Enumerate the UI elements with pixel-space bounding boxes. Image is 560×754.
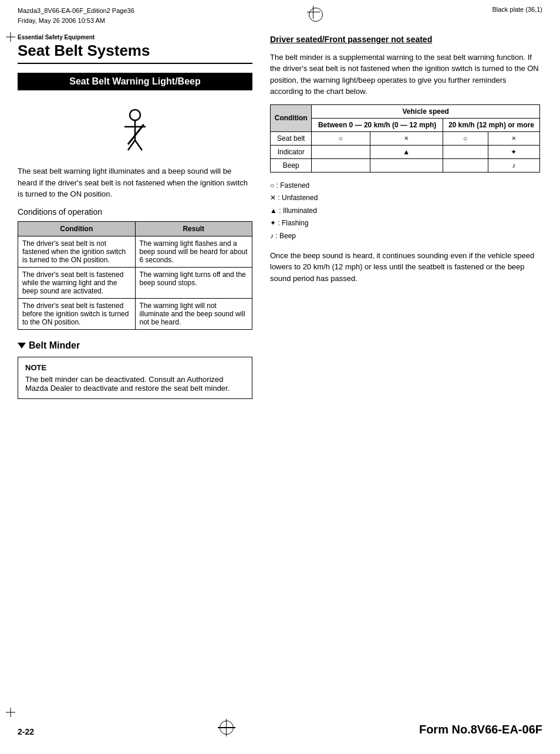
header-plate: Black plate (36,1) bbox=[492, 6, 542, 13]
legend: ○ : Fastened✕ : Unfastened▲ : Illuminate… bbox=[270, 180, 540, 243]
speed-table-col-speed2: 20 km/h (12 mph) or more bbox=[443, 118, 539, 131]
table-row: The driver's seat belt is fastened while… bbox=[18, 267, 252, 298]
speed-row-label: Beep bbox=[271, 158, 312, 172]
speed-cell bbox=[312, 158, 370, 172]
page-header: Mazda3_8V66-EA-06F_Edition2 Page36 Frida… bbox=[0, 0, 560, 28]
speed-cell: × bbox=[370, 131, 443, 145]
speed-cell: ○ bbox=[312, 131, 370, 145]
speed-table-condition-header: Condition bbox=[271, 104, 312, 131]
page: Mazda3_8V66-EA-06F_Edition2 Page36 Frida… bbox=[0, 0, 560, 754]
speed-cell: ♪ bbox=[488, 158, 539, 172]
belt-minder-heading: Belt Minder bbox=[18, 340, 252, 351]
belt-minder-label: Belt Minder bbox=[29, 340, 80, 351]
warning-box: Seat Belt Warning Light/Beep bbox=[18, 73, 252, 90]
table-row: The driver's seat belt is fastened befor… bbox=[18, 298, 252, 329]
speed-cell: × bbox=[488, 131, 539, 145]
page-number: 2-22 bbox=[18, 727, 34, 736]
header-line1: Mazda3_8V66-EA-06F_Edition2 Page36 bbox=[18, 6, 134, 16]
speed-table: Condition Vehicle speed Between 0 — 20 k… bbox=[270, 104, 540, 173]
svg-line-5 bbox=[135, 140, 142, 150]
col-header-condition: Condition bbox=[18, 221, 136, 236]
note-text: The belt minder can be deactivated. Cons… bbox=[25, 375, 245, 393]
legend-item: ✦ : Flashing bbox=[270, 217, 540, 230]
speed-table-vehicle-speed-header: Vehicle speed bbox=[312, 104, 540, 118]
page-footer: 2-22 Form No.8V66-EA-06F bbox=[18, 719, 542, 736]
speed-cell: ○ bbox=[443, 131, 488, 145]
speed-cell: ✦ bbox=[488, 145, 539, 158]
main-content: Essential Safety Equipment Seat Belt Sys… bbox=[0, 28, 560, 411]
conditions-table: Condition Result The driver's seat belt … bbox=[18, 221, 252, 330]
legend-item: ✕ : Unfastened bbox=[270, 192, 540, 205]
legend-item: ♪ : Beep bbox=[270, 230, 540, 243]
condition-cell: The driver's seat belt is not fastened w… bbox=[18, 236, 136, 267]
result-cell: The warning light will not illuminate an… bbox=[135, 298, 252, 329]
header-left: Mazda3_8V66-EA-06F_Edition2 Page36 Frida… bbox=[18, 6, 134, 25]
table-row: The driver's seat belt is not fastened w… bbox=[18, 236, 252, 267]
result-cell: The warning light flashes and a beep sou… bbox=[135, 236, 252, 267]
speed-table-row: Indicator▲✦ bbox=[271, 145, 540, 158]
section-divider bbox=[18, 63, 252, 64]
speed-cell bbox=[370, 158, 443, 172]
speed-cell bbox=[443, 145, 488, 158]
footer-crosshair-icon bbox=[218, 719, 235, 736]
header-center bbox=[307, 6, 320, 19]
speed-cell bbox=[312, 145, 370, 158]
seatbelt-icon-area bbox=[18, 108, 252, 157]
note-label: NOTE bbox=[25, 363, 245, 372]
body-text-1: The seat belt warning light illuminates … bbox=[18, 165, 252, 200]
speed-cell: ▲ bbox=[370, 145, 443, 158]
crosshair-icon bbox=[307, 6, 320, 19]
legend-item: ▲ : Illuminated bbox=[270, 205, 540, 218]
section-title: Seat Belt Systems bbox=[18, 42, 252, 60]
condition-cell: The driver's seat belt is fastened befor… bbox=[18, 298, 136, 329]
form-number: Form No.8V66-EA-06F bbox=[419, 723, 542, 736]
right-body-text-1: The belt minder is a supplemental warnin… bbox=[270, 52, 540, 97]
corner-mark-tl bbox=[6, 32, 15, 43]
right-body-text-2: Once the beep sound is heard, it continu… bbox=[270, 250, 540, 285]
corner-mark-bl bbox=[6, 708, 15, 719]
col-header-result: Result bbox=[135, 221, 252, 236]
speed-row-label: Indicator bbox=[271, 145, 312, 158]
right-column: Driver seated/Front passenger not seated… bbox=[264, 34, 540, 399]
left-column: Essential Safety Equipment Seat Belt Sys… bbox=[18, 34, 264, 399]
speed-cell bbox=[443, 158, 488, 172]
legend-item: ○ : Fastened bbox=[270, 180, 540, 192]
speed-table-row: Beep♪ bbox=[271, 158, 540, 172]
note-box: NOTE The belt minder can be deactivated.… bbox=[18, 357, 252, 399]
result-cell: The warning light turns off and the beep… bbox=[135, 267, 252, 298]
header-line2: Friday, May 26 2006 10:53 AM bbox=[18, 16, 134, 26]
speed-table-col-speed1: Between 0 — 20 km/h (0 — 12 mph) bbox=[312, 118, 443, 131]
right-section-title: Driver seated/Front passenger not seated bbox=[270, 34, 540, 46]
conditions-heading: Conditions of operation bbox=[18, 207, 252, 217]
condition-cell: The driver's seat belt is fastened while… bbox=[18, 267, 136, 298]
seatbelt-icon bbox=[112, 108, 158, 155]
speed-row-label: Seat belt bbox=[271, 131, 312, 145]
svg-point-0 bbox=[130, 110, 140, 120]
speed-table-row: Seat belt○×○× bbox=[271, 131, 540, 145]
section-label: Essential Safety Equipment bbox=[18, 34, 252, 40]
header-right: Black plate (36,1) bbox=[492, 6, 542, 13]
triangle-icon bbox=[18, 343, 26, 349]
